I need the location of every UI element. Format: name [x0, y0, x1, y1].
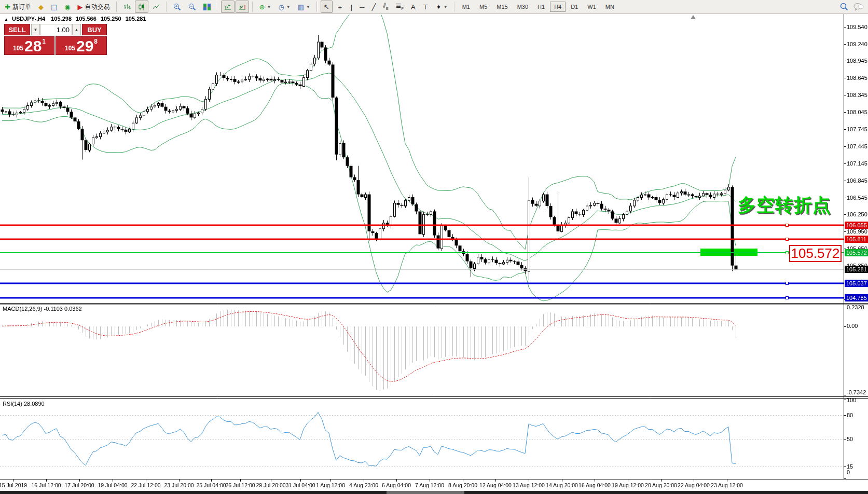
tile-windows-icon [203, 4, 211, 10]
sell-button[interactable]: SELL [4, 24, 30, 35]
sell-price-button[interactable]: 105 28 1 [4, 36, 54, 55]
periods-button[interactable]: ◷▼ [275, 1, 293, 13]
channel-button[interactable]: ⫽E [380, 1, 391, 13]
horizontal-line-button[interactable]: ─ [356, 1, 367, 13]
level-price-tag: 104.785 [845, 294, 868, 301]
timeframe-group: M1M5M15M30H1H4D1W1MN [457, 0, 620, 13]
price-axis-tick-label: 106.545 [847, 195, 867, 201]
rsi-scale-label: 0 [847, 469, 850, 475]
price-level-tag[interactable]: 105.572 [789, 245, 842, 262]
window-bottom-edge [0, 491, 868, 494]
indicators-button[interactable]: ⊕▼ [256, 1, 274, 13]
time-axis-label: 20 Aug 20:00 [645, 482, 677, 488]
candlestick-chart-button[interactable] [135, 1, 148, 13]
tile-windows-button[interactable] [200, 1, 214, 13]
timeframe-M1[interactable]: M1 [458, 2, 474, 12]
one-click-trading-panel: SELL ▼ 1.00 ▲ BUY 105 28 1 105 29 8 [4, 24, 107, 55]
text-label-icon: ⊤ [423, 4, 429, 10]
timeframe-H1[interactable]: H1 [533, 2, 549, 12]
templates-button[interactable]: ▦▼ [295, 1, 313, 13]
buy-price-button[interactable]: 105 29 8 [56, 36, 107, 55]
timeframe-W1[interactable]: W1 [583, 2, 600, 12]
buy-price-prefix: 105 [65, 45, 75, 52]
price-axis-tick-label: 109.240 [847, 41, 867, 47]
timeframe-M30[interactable]: M30 [513, 2, 532, 12]
chart-shift-marker-icon[interactable] [691, 15, 696, 19]
timeframe-M15[interactable]: M15 [492, 2, 512, 12]
timeframe-M5[interactable]: M5 [475, 2, 491, 12]
trendline-button[interactable]: ╱ [368, 1, 379, 13]
candlestick-chart-icon [138, 4, 145, 10]
zoom-out-icon [188, 3, 196, 11]
cursor-button[interactable]: ↖ [321, 1, 333, 13]
template-icon: ▦ [298, 4, 304, 10]
timeframe-H4[interactable]: H4 [550, 2, 566, 12]
time-axis-label: 8 Aug 20:00 [448, 482, 477, 488]
chart-shift-button[interactable] [236, 1, 249, 13]
price-chart-canvas[interactable] [0, 0, 868, 494]
broadcast-icon: ◉ [64, 4, 70, 10]
dropdown-arrow-icon: ▼ [267, 4, 271, 10]
price-axis-tick-label: 107.745 [847, 126, 867, 132]
horizontal-scrollbar[interactable] [387, 491, 464, 494]
zoom-out-button[interactable] [185, 1, 199, 13]
time-axis-label: 1 Aug 12:00 [316, 482, 345, 488]
toolbar-separator [166, 2, 167, 12]
timeframe-MN[interactable]: MN [601, 2, 618, 12]
chart-text-annotation[interactable]: 多空转折点 [738, 193, 831, 217]
fibonacci-button[interactable]: ≣F [393, 1, 407, 13]
toolbar-separator [454, 2, 455, 12]
low-value: 105.250 [101, 16, 121, 22]
price-axis-tick-label: 107.445 [847, 143, 867, 149]
crosshair-icon: ＋ [337, 4, 343, 10]
auto-scroll-button[interactable] [221, 1, 235, 13]
line-chart-button[interactable] [149, 1, 163, 13]
bar-chart-icon [123, 4, 131, 10]
time-axis-label: 19 Aug 12:00 [612, 482, 644, 488]
text-label-button[interactable]: ⊤ [420, 1, 432, 13]
vertical-line-button[interactable]: | [348, 1, 355, 13]
profile-icon: ◆ [38, 4, 44, 10]
horizontal-line-icon: ─ [360, 4, 364, 10]
timeframe-D1[interactable]: D1 [567, 2, 582, 12]
rsi-scale-label: 50 [847, 436, 853, 442]
new-order-button[interactable]: ✚ 新订单 [2, 1, 34, 13]
news-button[interactable]: ◉ [61, 1, 73, 13]
volume-decrease-button[interactable]: ▼ [31, 24, 40, 35]
metaeditor-button[interactable]: ▤ [48, 1, 60, 13]
macd-scale-zero: 0.00 [847, 323, 858, 329]
arrows-icon: ✦ [436, 4, 442, 10]
price-axis-tick-label: 108.345 [847, 92, 867, 98]
trendline-icon: ╱ [371, 4, 376, 10]
time-axis-label: 19 Jul 04:00 [98, 482, 127, 488]
bar-chart-button[interactable] [120, 1, 134, 13]
sell-price-prefix: 105 [13, 45, 23, 52]
cursor-icon: ↖ [324, 4, 329, 10]
time-axis-label: 17 Jul 20:00 [64, 482, 94, 488]
text-button[interactable]: A [408, 1, 419, 13]
buy-button[interactable]: BUY [82, 24, 107, 35]
time-axis-label: 15 Jul 2019 [0, 482, 27, 488]
close-value: 105.281 [126, 16, 146, 22]
current-price-tag: 105.281 [845, 266, 868, 273]
volume-input[interactable]: 1.00 [40, 24, 72, 35]
arrows-button[interactable]: ✦▼ [433, 1, 451, 13]
volume-increase-button[interactable]: ▲ [72, 24, 81, 35]
chart-profile-button[interactable]: ◆ [35, 1, 47, 13]
time-axis-label: 12 Aug 04:00 [479, 482, 512, 488]
time-axis-label: 22 Jul 12:00 [131, 482, 160, 488]
zoom-in-button[interactable] [170, 1, 184, 13]
macd-indicator-label: MACD(12,26,9) -0.1103 0.0362 [3, 306, 82, 312]
time-axis-label: 25 Jul 04:00 [196, 482, 226, 488]
chat-icon[interactable] [853, 3, 864, 11]
clock-icon: ◷ [278, 4, 284, 10]
chart-shift-icon [239, 4, 246, 10]
crosshair-button[interactable]: ＋ [334, 1, 347, 13]
search-icon[interactable] [840, 3, 848, 11]
price-axis-tick-label: 108.645 [847, 75, 867, 81]
time-axis-label: 23 Aug 12:00 [711, 482, 743, 488]
time-axis-label: 29 Jul 20:00 [256, 482, 285, 488]
high-value: 105.566 [76, 16, 97, 22]
autotrading-button[interactable]: ▶ 自动交易 [75, 1, 113, 13]
rsi-scale-label: 80 [847, 412, 853, 418]
